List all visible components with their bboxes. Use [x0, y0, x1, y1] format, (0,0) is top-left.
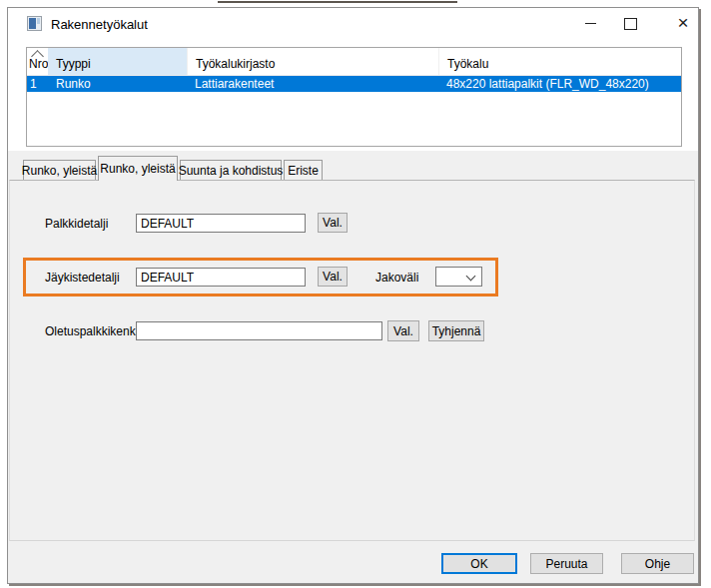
maximize-icon — [624, 18, 637, 30]
jaykistedetalji-val-button[interactable]: Val. — [318, 267, 348, 287]
maximize-button[interactable] — [614, 8, 646, 39]
window-title: Rakennetyökalut — [51, 17, 148, 32]
palkkidetalji-label: Palkkidetalji — [45, 216, 108, 232]
oletuspalkkikenka-val-button[interactable]: Val. — [387, 320, 419, 341]
minimize-icon — [585, 23, 596, 24]
titlebar[interactable]: Rakennetyökalut × — [8, 8, 698, 39]
minimize-button[interactable] — [574, 8, 606, 39]
oletuspalkkikenka-label: Oletuspalkkikenkä — [45, 323, 142, 339]
palkkidetalji-input[interactable] — [136, 214, 306, 233]
oletuspalkkikenka-input[interactable] — [136, 321, 382, 340]
tool-list-header: Nro Tyyppi Työkalukirjasto Työkalu — [27, 48, 681, 76]
tool-list: Nro Tyyppi Työkalukirjasto Työkalu 1 Run… — [26, 47, 682, 147]
tab-page — [9, 180, 695, 541]
tab-runko-yleista-1[interactable]: Runko, yleistä — [23, 160, 96, 180]
cell-nro: 1 — [27, 77, 48, 91]
cell-tyokalu: 48x220 lattiapalkit (FLR_WD_48x220) — [438, 77, 681, 91]
cancel-button[interactable]: Peruuta — [530, 553, 603, 574]
tab-suunta-ja-kohdistus[interactable]: Suunta ja kohdistus — [180, 160, 282, 180]
close-icon: × — [677, 13, 688, 32]
jaykistedetalji-input[interactable] — [136, 268, 306, 287]
jakovali-label: Jakoväli — [375, 270, 418, 286]
app-icon — [27, 16, 42, 31]
column-header-tyokalu[interactable]: Työkalu — [438, 48, 681, 75]
ok-button[interactable]: OK — [441, 553, 517, 574]
rakennetyokalut-dialog: Rakennetyökalut × Nro Tyyppi Työkalukirj… — [7, 7, 699, 584]
palkkidetalji-val-button[interactable]: Val. — [318, 213, 348, 233]
close-button[interactable]: × — [667, 8, 699, 39]
tyhjenna-button[interactable]: Tyhjennä — [428, 320, 484, 341]
background-window-edge — [218, 1, 457, 3]
tab-strip: Runko, yleistä Runko, yleistä Suunta ja … — [23, 156, 325, 181]
jaykistedetalji-label: Jäykistedetalji — [45, 270, 120, 286]
column-header-tyyppi[interactable]: Tyyppi — [48, 48, 187, 75]
chevron-down-icon — [466, 272, 476, 282]
cell-tyyppi: Runko — [48, 77, 187, 91]
table-row-selected[interactable]: 1 Runko Lattiarakenteet 48x220 lattiapal… — [27, 76, 681, 92]
column-header-tyokalukirjasto[interactable]: Työkalukirjasto — [187, 48, 438, 75]
tab-runko-yleista-2-active[interactable]: Runko, yleistä — [98, 156, 178, 181]
jakovali-dropdown[interactable] — [435, 267, 482, 287]
cell-tyokalukirjasto: Lattiarakenteet — [187, 77, 438, 91]
tab-eriste[interactable]: Eriste — [284, 160, 323, 180]
help-button[interactable]: Ohje — [621, 553, 694, 574]
